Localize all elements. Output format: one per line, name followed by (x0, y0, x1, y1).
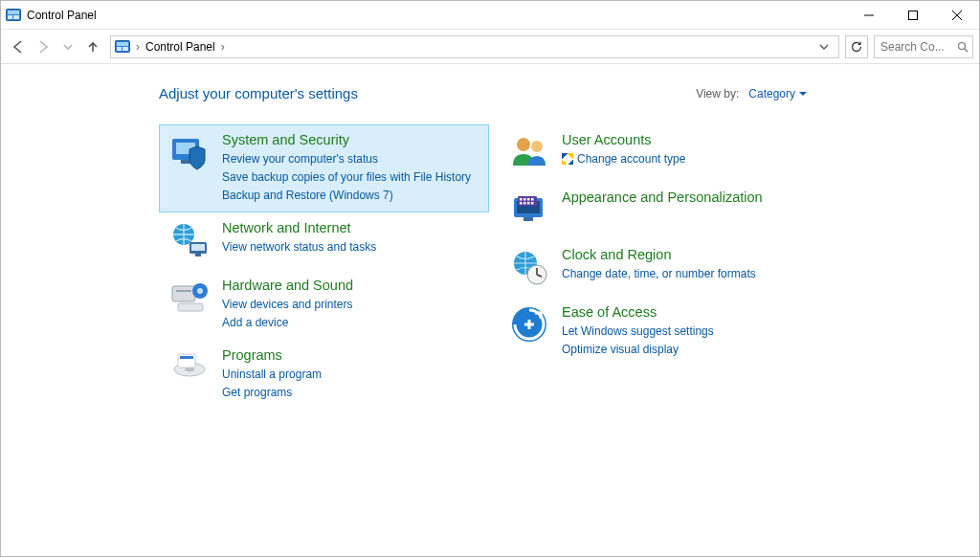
search-input[interactable] (879, 39, 947, 55)
svg-rect-3 (13, 15, 19, 19)
task-link[interactable]: Change date, time, or number formats (562, 266, 756, 282)
svg-rect-25 (178, 303, 203, 311)
view-by-value: Category (748, 87, 795, 100)
svg-rect-16 (181, 160, 190, 164)
svg-rect-9 (117, 42, 128, 46)
hardware-sound-icon (168, 277, 211, 319)
svg-rect-22 (176, 290, 191, 292)
svg-rect-20 (195, 254, 201, 256)
recent-locations-button[interactable] (56, 35, 79, 58)
svg-rect-5 (909, 11, 918, 19)
svg-rect-11 (122, 47, 128, 51)
task-link[interactable]: Backup and Restore (Windows 7) (222, 188, 471, 204)
category-title[interactable]: Hardware and Sound (222, 277, 353, 295)
title-bar: Control Panel (1, 1, 979, 30)
category-title[interactable]: Programs (222, 346, 322, 365)
programs-icon (168, 346, 211, 389)
category-programs[interactable]: Programs Uninstall a program Get program… (159, 340, 489, 410)
category-clock-and-region[interactable]: Clock and Region Change date, time, or n… (499, 239, 829, 297)
content-area: Adjust your computer's settings View by:… (1, 64, 979, 410)
svg-rect-35 (520, 198, 523, 201)
svg-rect-1 (8, 11, 19, 14)
search-icon (957, 41, 969, 53)
svg-point-12 (959, 42, 966, 49)
svg-rect-21 (172, 286, 195, 301)
svg-rect-29 (180, 356, 193, 359)
address-dropdown-button[interactable] (819, 42, 836, 52)
maximize-button[interactable] (891, 1, 935, 29)
category-appearance-and-personalization[interactable]: Appearance and Personalization (499, 182, 829, 239)
page-heading: Adjust your computer's settings (159, 85, 358, 101)
task-link[interactable]: View devices and printers (222, 297, 353, 313)
svg-rect-36 (523, 198, 526, 201)
refresh-button[interactable] (845, 35, 868, 58)
user-accounts-icon (508, 131, 550, 173)
view-by-control: View by: Category (696, 87, 807, 100)
svg-rect-40 (523, 202, 526, 205)
system-security-icon (168, 131, 211, 173)
forward-button[interactable] (32, 35, 55, 58)
task-link[interactable]: Uninstall a program (222, 367, 322, 383)
svg-rect-42 (531, 202, 534, 205)
search-box[interactable] (874, 35, 973, 58)
minimize-button[interactable] (847, 1, 891, 29)
category-title[interactable]: Network and Internet (222, 219, 376, 237)
svg-point-24 (197, 288, 203, 294)
task-link[interactable]: Add a device (222, 315, 353, 331)
task-link[interactable]: Change account type (562, 151, 685, 167)
category-ease-of-access[interactable]: Ease of Access Let Windows suggest setti… (499, 297, 829, 367)
network-internet-icon (168, 219, 211, 261)
svg-rect-41 (527, 202, 530, 205)
control-panel-icon (6, 8, 21, 23)
category-system-and-security[interactable]: System and Security Review your computer… (159, 124, 489, 212)
back-button[interactable] (7, 35, 30, 58)
close-button[interactable] (935, 1, 979, 29)
task-link[interactable]: Let Windows suggest settings (562, 323, 714, 340)
svg-rect-19 (191, 244, 205, 251)
task-link[interactable]: Save backup copies of your files with Fi… (222, 169, 471, 186)
ease-of-access-icon (508, 303, 550, 345)
svg-line-13 (965, 49, 968, 52)
nav-bar: › Control Panel › (1, 30, 979, 64)
category-title[interactable]: Ease of Access (562, 303, 714, 322)
task-link[interactable]: View network status and tasks (222, 239, 376, 256)
svg-rect-2 (8, 15, 12, 19)
address-bar[interactable]: › Control Panel › (110, 35, 839, 58)
view-by-dropdown[interactable]: Category (748, 87, 807, 100)
task-link[interactable]: Optimize visual display (562, 342, 714, 358)
svg-rect-39 (520, 202, 523, 205)
svg-rect-37 (527, 198, 530, 201)
breadcrumb-control-panel[interactable]: Control Panel (142, 40, 219, 54)
breadcrumb-separator[interactable]: › (219, 40, 227, 54)
up-button[interactable] (81, 35, 104, 58)
svg-rect-38 (531, 198, 534, 201)
svg-point-30 (517, 138, 530, 151)
category-user-accounts[interactable]: User Accounts Change account type (499, 124, 829, 182)
svg-point-31 (531, 141, 543, 152)
category-title[interactable]: System and Security (222, 131, 471, 149)
category-title[interactable]: Appearance and Personalization (562, 189, 763, 207)
category-column-right: User Accounts Change account type Appear… (499, 124, 829, 410)
task-link[interactable]: Review your computer's status (222, 151, 471, 167)
view-by-label: View by: (696, 87, 739, 100)
category-column-left: System and Security Review your computer… (159, 124, 489, 410)
control-panel-icon (115, 39, 130, 55)
appearance-personalization-icon (508, 189, 550, 231)
chevron-down-icon (799, 90, 807, 98)
category-title[interactable]: User Accounts (562, 131, 685, 149)
category-title[interactable]: Clock and Region (562, 246, 756, 264)
category-hardware-and-sound[interactable]: Hardware and Sound View devices and prin… (159, 270, 489, 340)
window-title: Control Panel (27, 9, 97, 22)
category-network-and-internet[interactable]: Network and Internet View network status… (159, 212, 489, 270)
svg-rect-10 (117, 47, 122, 51)
svg-rect-43 (523, 217, 533, 221)
clock-region-icon (508, 246, 550, 288)
task-link[interactable]: Get programs (222, 385, 322, 401)
breadcrumb-separator[interactable]: › (134, 40, 142, 54)
